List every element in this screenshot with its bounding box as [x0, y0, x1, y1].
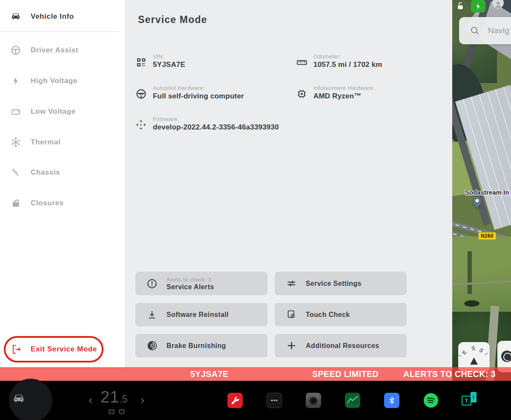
sidebar-item-high-voltage[interactable]: High Voltage [0, 72, 125, 90]
exit-service-mode-label: Exit Service Mode [31, 345, 97, 354]
lightning-icon [9, 76, 22, 86]
info-autopilot-hardware: Autopilot Hardware: Full self-driving co… [135, 85, 244, 101]
toolbox-i-glyph: I [471, 392, 477, 403]
status-speed-limited: SPEED LIMITED [312, 369, 379, 379]
service-mode-panel: Service Mode VIN: 5YJSA7E Odometer: 1057… [125, 0, 452, 367]
brake-disc-icon [146, 340, 158, 351]
sidebar-item-thermal[interactable]: Thermal [0, 133, 125, 152]
page-title: Service Mode [138, 14, 207, 26]
button-label: Service Alerts [167, 283, 214, 291]
map-imagery-hedge [468, 251, 472, 294]
steering-wheel-icon [135, 85, 148, 101]
seat-heater-right-icon[interactable] [118, 409, 125, 417]
battery-icon [9, 106, 22, 117]
compass-tick [458, 355, 462, 357]
vehicle-controls-icon[interactable] [10, 392, 27, 407]
app-spotify-icon[interactable] [423, 393, 439, 408]
search-icon [470, 26, 480, 36]
sidebar-item-label: Thermal [31, 138, 60, 147]
touch-icon [286, 309, 297, 320]
app-dashcam-icon[interactable] [306, 393, 321, 408]
app-bluetooth-icon[interactable] [384, 393, 399, 408]
chip-icon [296, 85, 309, 101]
sidebar-item-low-voltage[interactable]: Low Voltage [0, 102, 125, 121]
button-label: Software Reinstall [167, 311, 229, 319]
charging-status-icon [471, 0, 485, 12]
ruler-icon [296, 53, 309, 70]
taskbar: ‹ 21.5 › T I [0, 381, 511, 420]
seat-heater-left-icon[interactable] [108, 409, 115, 417]
map-imagery-pond [464, 300, 479, 307]
plus-icon [286, 340, 297, 351]
info-value: 5YJSA7E [153, 60, 185, 69]
map-control-icon [501, 351, 511, 362]
sliders-icon [286, 278, 297, 289]
app-service-icon[interactable] [227, 393, 243, 408]
temperature-control[interactable]: 21.5 [100, 388, 127, 406]
compass-letter: S [478, 347, 485, 354]
qr-code-icon [135, 53, 148, 70]
temp-decrease-chevron[interactable]: ‹ [89, 394, 92, 406]
service-alerts-button[interactable]: Alerts to check: 3 Service Alerts [135, 272, 267, 295]
sidebar-item-driver-assist[interactable]: Driver Assist [0, 41, 125, 60]
info-value: Full self-driving computer [153, 92, 244, 101]
map-pin[interactable] [471, 196, 483, 211]
door-icon [9, 198, 22, 209]
info-vin: VIN: 5YJSA7E [135, 53, 185, 70]
info-label: VIN: [153, 53, 185, 60]
sidebar-item-label: High Voltage [31, 77, 78, 85]
exit-icon [10, 344, 23, 355]
map-search-bar[interactable]: Navig [459, 17, 511, 44]
info-odometer: Odometer: 1057.5 mi / 1702 km [296, 53, 382, 70]
sidebar: Vehicle Info Driver Assist High Voltage … [0, 0, 125, 367]
alert-icon [146, 278, 158, 289]
steering-wheel-icon [9, 45, 22, 56]
brake-burnishing-button[interactable]: Brake Burnishing [135, 334, 267, 357]
compass-tick [485, 353, 488, 355]
sidebar-item-closures[interactable]: Closures [0, 194, 125, 213]
sidebar-item-label: Vehicle Info [31, 12, 74, 21]
suspension-icon [9, 167, 22, 178]
info-label: Infotainment Hardware: [313, 85, 375, 91]
car-front-icon [9, 12, 22, 22]
button-label: Additional Resources [306, 342, 379, 350]
software-reinstall-button[interactable]: Software Reinstall [135, 303, 267, 326]
service-settings-button[interactable]: Service Settings [275, 272, 407, 295]
app-energy-icon[interactable] [345, 393, 360, 408]
poi-label[interactable]: Sodastream In [465, 189, 509, 196]
info-label: Odometer: [313, 53, 382, 60]
tesla-service-screen: Vehicle Info Driver Assist High Voltage … [0, 0, 511, 420]
additional-resources-button[interactable]: Additional Resources [275, 334, 407, 357]
map-panel[interactable]: Navig Sodastream In N260 E S S [452, 0, 511, 381]
sidebar-item-vehicle-info[interactable]: Vehicle Info [0, 7, 125, 26]
info-value: develop-2022.44.2-3356-46a3393930 [153, 123, 279, 132]
sidebar-divider [0, 32, 119, 32]
sidebar-item-label: Driver Assist [31, 46, 78, 55]
sidebar-item-chassis[interactable]: Chassis [0, 163, 125, 182]
compass-north-arrow [470, 357, 478, 365]
temperature-fraction: .5 [119, 394, 127, 405]
firmware-icon [135, 116, 148, 132]
info-value: 1057.5 mi / 1702 km [313, 60, 382, 69]
download-icon [146, 310, 158, 320]
search-placeholder: Navig [488, 26, 509, 35]
sidebar-item-label: Low Voltage [31, 107, 75, 116]
toolbox-t-glyph: T [462, 396, 471, 406]
info-label: Autopilot Hardware: [153, 85, 244, 91]
info-firmware: Firmware: develop-2022.44.2-3356-46a3393… [135, 116, 279, 132]
compass-letter: E [461, 349, 468, 356]
app-launcher-icon[interactable] [267, 393, 282, 408]
sidebar-item-label: Chassis [31, 168, 60, 177]
temperature-value: 21 [100, 388, 119, 406]
info-value: AMD Ryzen™ [313, 92, 375, 101]
unlocked-icon [456, 1, 465, 13]
temp-increase-chevron[interactable]: › [141, 394, 144, 406]
road-badge: N260 [478, 232, 496, 240]
status-vin: 5YJSA7E [190, 369, 228, 379]
info-infotainment-hardware: Infotainment Hardware: AMD Ryzen™ [296, 85, 375, 101]
button-label: Touch Check [306, 311, 350, 319]
app-toolbox-icon[interactable]: T I [461, 391, 478, 408]
button-sublabel: Alerts to check: 3 [167, 276, 214, 283]
touch-check-button[interactable]: Touch Check [275, 303, 407, 326]
exit-service-mode-button[interactable]: Exit Service Mode [0, 339, 111, 359]
